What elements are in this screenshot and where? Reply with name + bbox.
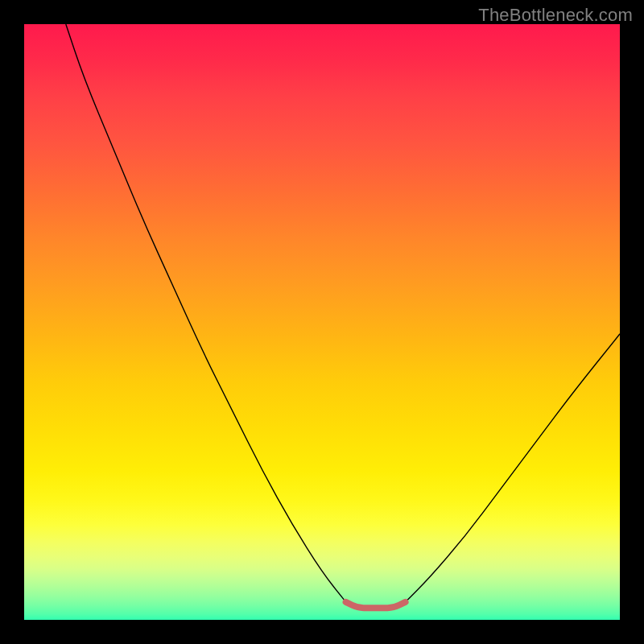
watermark-label: TheBottleneck.com xyxy=(478,5,633,26)
left-curve xyxy=(66,24,346,602)
chart-root: TheBottleneck.com xyxy=(0,0,644,644)
curve-layer xyxy=(24,24,620,620)
plot-area xyxy=(24,24,620,620)
optimal-flat xyxy=(346,602,406,608)
right-curve xyxy=(406,334,620,602)
